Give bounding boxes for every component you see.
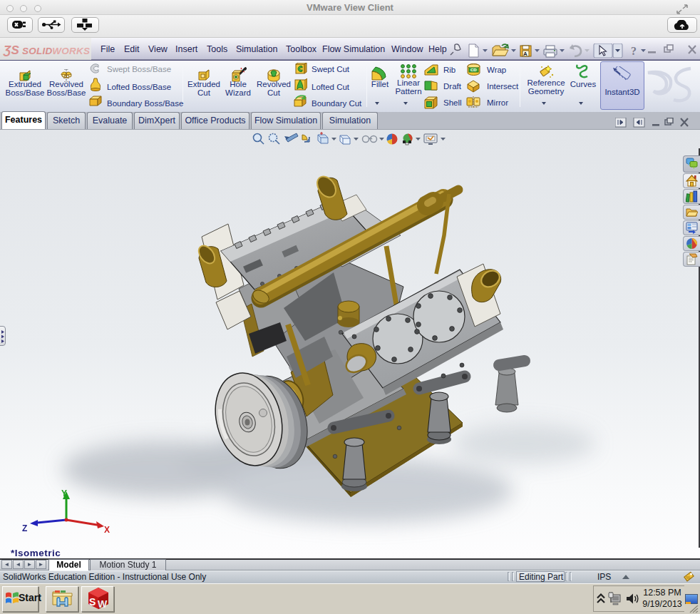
svg-text:Y: Y (61, 488, 67, 498)
svg-text:X: X (104, 525, 110, 535)
svg-text:?: ? (631, 45, 637, 57)
svg-text:CD: CD (470, 68, 477, 72)
svg-text:S: S (89, 596, 96, 608)
svg-text:A: A (523, 51, 527, 57)
svg-text:Z: Z (22, 523, 27, 533)
svg-text:*Isometric: *Isometric (11, 548, 61, 558)
svg-text:W: W (98, 598, 108, 610)
